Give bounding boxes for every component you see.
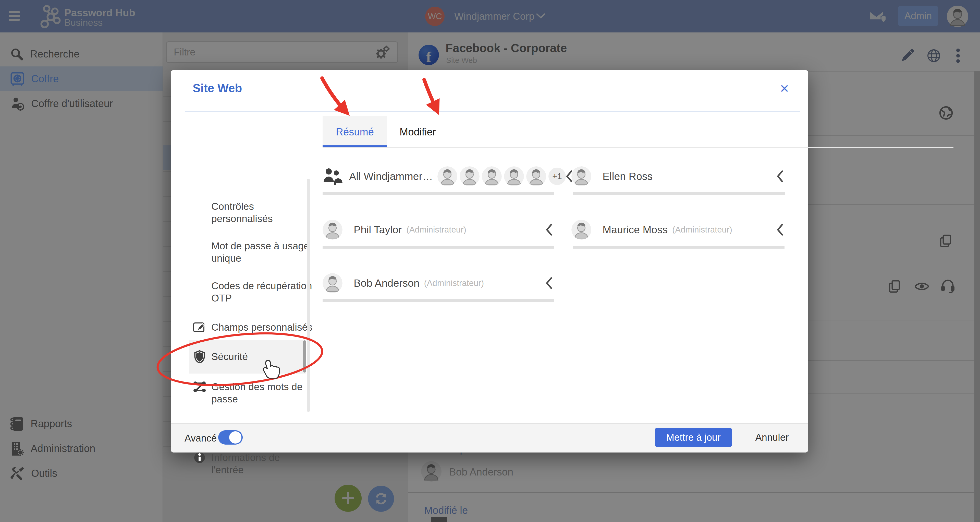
member-role: (Administrateur) bbox=[424, 278, 484, 288]
member-name: Phil Taylor bbox=[354, 224, 402, 236]
avatar bbox=[571, 220, 591, 239]
spacer bbox=[193, 240, 206, 252]
menu-label: Mot de passe à usage unique bbox=[211, 240, 314, 265]
update-button[interactable]: Mettre à jour bbox=[655, 428, 732, 447]
menu-label: Sécurité bbox=[211, 351, 248, 362]
menu-label: Informations de l'entrée bbox=[211, 452, 314, 476]
menu-label: Codes de récupération OTP bbox=[211, 280, 314, 304]
spacer bbox=[193, 200, 206, 212]
cancel-label: Annuler bbox=[756, 432, 789, 443]
member-name: Ellen Ross bbox=[603, 171, 652, 182]
site-web-modal: Site Web ✕ Contrôles personnalisés Mot d… bbox=[171, 70, 808, 452]
avatar bbox=[504, 166, 524, 186]
menu-scrollbar-thumb[interactable] bbox=[303, 340, 306, 372]
avatar bbox=[323, 220, 342, 239]
more-members-badge[interactable]: +1 bbox=[549, 168, 566, 185]
menu-label: Gestion des mots de passe bbox=[211, 381, 314, 405]
row-divider bbox=[573, 192, 785, 195]
modal-menu-item-otp[interactable]: Mot de passe à usage unique bbox=[193, 240, 314, 265]
row-divider bbox=[573, 246, 784, 249]
menu-scrollbar-track[interactable] bbox=[307, 179, 310, 412]
tab-label: Résumé bbox=[336, 126, 374, 138]
menu-label: Champs personnalisés bbox=[211, 321, 314, 334]
password-management-icon bbox=[193, 381, 206, 393]
member-row-maurice-moss[interactable]: Maurice Moss (Administrateur) bbox=[571, 214, 783, 246]
member-row-phil-taylor[interactable]: Phil Taylor (Administrateur) bbox=[323, 214, 552, 246]
row-divider bbox=[323, 192, 554, 195]
toggle-knob bbox=[229, 431, 242, 444]
spacer bbox=[193, 280, 206, 292]
modal-title-divider bbox=[185, 112, 800, 112]
modal-footer: Avancé Mettre à jour Annuler bbox=[171, 423, 808, 452]
modal-menu-item-controles[interactable]: Contrôles personnalisés bbox=[193, 200, 314, 225]
tab-modifier[interactable]: Modifier bbox=[392, 116, 443, 148]
avatar bbox=[460, 166, 479, 186]
avatar bbox=[323, 273, 342, 293]
member-role: (Administrateur) bbox=[672, 225, 732, 235]
chevron-left-icon[interactable] bbox=[546, 277, 552, 289]
advanced-label: Avancé bbox=[185, 433, 217, 444]
member-avatars: +1 bbox=[438, 166, 566, 186]
member-row-ellen-ross[interactable]: Ellen Ross bbox=[571, 160, 783, 192]
tab-resume[interactable]: Résumé bbox=[323, 116, 387, 148]
chevron-left-icon[interactable] bbox=[546, 223, 552, 236]
member-row-bob-anderson[interactable]: Bob Anderson (Administrateur) bbox=[323, 267, 552, 299]
modal-menu-item-gestion[interactable]: Gestion des mots de passe bbox=[193, 381, 314, 405]
advanced-toggle[interactable] bbox=[218, 430, 243, 445]
modal-menu-item-champs[interactable]: Champs personnalisés bbox=[193, 321, 314, 334]
cancel-button[interactable]: Annuler bbox=[746, 428, 797, 447]
app-root: Password Hub Business WC Windjammer Corp… bbox=[0, 0, 980, 522]
member-name: Maurice Moss bbox=[603, 224, 668, 236]
update-label: Mettre à jour bbox=[666, 432, 721, 443]
modal-menu-item-securite[interactable]: Sécurité bbox=[189, 340, 306, 374]
tab-label: Modifier bbox=[400, 126, 436, 138]
edit-field-icon bbox=[193, 321, 206, 334]
modal-title: Site Web bbox=[192, 81, 242, 95]
avatar bbox=[482, 166, 502, 186]
chevron-left-icon[interactable] bbox=[776, 170, 783, 182]
close-icon[interactable]: ✕ bbox=[780, 82, 789, 96]
row-divider bbox=[323, 246, 554, 249]
avatar bbox=[571, 166, 591, 186]
member-name: All Windjammer… bbox=[349, 171, 433, 182]
row-divider bbox=[323, 299, 554, 302]
shield-icon bbox=[193, 351, 206, 363]
avatar bbox=[526, 166, 546, 186]
member-name: Bob Anderson bbox=[354, 277, 420, 289]
member-row-all-windjammer[interactable]: All Windjammer… +1 bbox=[323, 160, 568, 192]
tabs-divider bbox=[323, 147, 953, 148]
avatar bbox=[438, 166, 457, 186]
modal-menu-item-informations[interactable]: Informations de l'entrée bbox=[193, 452, 314, 476]
modal-menu-item-codes-recuperation[interactable]: Codes de récupération OTP bbox=[193, 280, 314, 304]
info-icon bbox=[193, 452, 206, 464]
group-icon bbox=[323, 168, 343, 185]
chevron-left-icon[interactable] bbox=[776, 223, 783, 236]
menu-label: Contrôles personnalisés bbox=[211, 200, 314, 225]
member-role: (Administrateur) bbox=[406, 225, 466, 235]
